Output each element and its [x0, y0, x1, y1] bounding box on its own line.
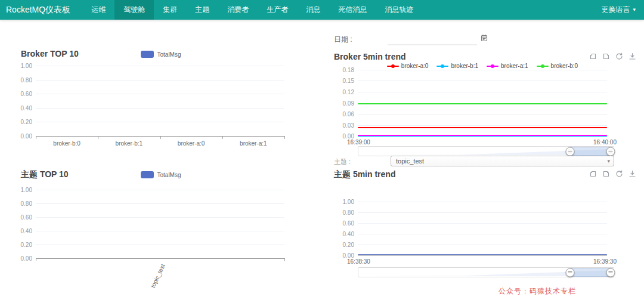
x-tick-mark — [36, 136, 36, 139]
gridline — [358, 125, 607, 126]
frame-icon[interactable] — [589, 170, 597, 178]
datazoom-selected-range[interactable] — [570, 268, 611, 277]
y-tick-label: 0.18 — [328, 67, 354, 73]
datazoom-left-handle[interactable] — [566, 147, 575, 156]
date-filter-row: 日期 : — [322, 31, 644, 47]
broker-trend-panel: Broker 5min trend broker-a:0broker-b:1br… — [322, 51, 644, 161]
restore-icon[interactable] — [615, 52, 623, 60]
gridline — [36, 94, 284, 94]
topic-label: 主题 : — [334, 157, 351, 166]
frame-icon[interactable] — [589, 52, 597, 60]
broker-trend-header: Broker 5min trend — [322, 51, 644, 64]
datazoom-left-handle[interactable] — [566, 268, 575, 277]
x-tick-mark — [284, 258, 285, 261]
x-tick-mark — [284, 136, 285, 139]
topic-top10-legend[interactable]: TotalMsg — [0, 171, 322, 178]
restore-icon[interactable] — [615, 170, 623, 178]
gridline — [36, 203, 284, 204]
x-category-label: broker-a:0 — [160, 140, 222, 147]
x-tick-mark — [160, 136, 161, 139]
nav-item-message[interactable]: 消息 — [297, 0, 329, 20]
download-icon[interactable] — [628, 52, 636, 60]
y-tick-label: 0.80 — [6, 200, 32, 207]
topic-trend-panel: 主题 5min trend 1.000.800.600.400.200.0016… — [322, 168, 644, 296]
y-tick-label: 0.00 — [328, 133, 354, 140]
y-tick-label: 0.12 — [328, 88, 354, 95]
calendar-icon[interactable] — [481, 34, 488, 42]
nav-item-ops[interactable]: 运维 — [82, 0, 114, 20]
date-label: 日期 : — [334, 35, 352, 45]
y-tick-label: 0.20 — [6, 119, 32, 125]
x-start-label: 16:39:00 — [347, 139, 370, 146]
nav-item-message-trace[interactable]: 消息轨迹 — [376, 0, 422, 20]
y-tick-label: 1.00 — [328, 199, 354, 205]
y-tick-label: 0.60 — [328, 220, 354, 227]
y-tick-label: 1.00 — [6, 63, 32, 69]
gridline — [36, 231, 284, 231]
datazoom-selected-range[interactable] — [570, 147, 611, 156]
x-tick-mark — [98, 136, 98, 139]
download-icon[interactable] — [628, 170, 636, 178]
datazoom-right-handle[interactable] — [606, 268, 615, 277]
gridline — [36, 122, 284, 122]
gridline — [358, 234, 607, 234]
x-category-label: topic_test — [149, 263, 166, 289]
nav-item-producer[interactable]: 生产者 — [258, 0, 297, 20]
y-tick-label: 0.80 — [328, 209, 354, 216]
topic-top10-header: 主题 TOP 10 TotalMsg — [0, 168, 322, 181]
y-tick-label: 0.00 — [6, 255, 32, 262]
frame-alt-icon[interactable] — [602, 52, 610, 60]
series-line — [358, 103, 607, 104]
gridline — [358, 223, 607, 224]
topic-select-value: topic_test — [396, 157, 424, 165]
language-menu[interactable]: 更换语言 ▾ — [593, 0, 644, 20]
y-tick-label: 0.00 — [6, 133, 32, 140]
y-tick-label: 0.40 — [328, 231, 354, 237]
gridline — [36, 217, 284, 218]
topic-select[interactable]: topic_test ▾ — [391, 156, 614, 166]
topic-trend-toolbox — [589, 170, 636, 178]
y-tick-label: 0.20 — [6, 242, 32, 248]
x-category-label: broker-b:1 — [98, 140, 160, 147]
gridline — [36, 190, 284, 190]
y-tick-label: 0.09 — [328, 100, 354, 106]
date-input[interactable] — [388, 32, 477, 45]
nav-item-dlq-message[interactable]: 死信消息 — [329, 0, 376, 20]
gridline — [36, 108, 284, 109]
gridline — [358, 202, 607, 202]
gridline — [358, 70, 607, 70]
rocketmq-dashboard-page: RocketMQ仪表板 运维驾驶舱集群主题消费者生产者消息死信消息消息轨迹 更换… — [0, 0, 644, 300]
topic-trend-title: 主题 5min trend — [334, 169, 395, 180]
x-start-label: 16:38:30 — [347, 258, 370, 265]
x-axis-line — [36, 258, 284, 259]
broker-top10-legend[interactable]: TotalMsg — [0, 51, 322, 58]
frame-alt-icon[interactable] — [602, 170, 610, 178]
broker-trend-chart: 0.180.150.120.090.060.030.0016:39:0016:4… — [322, 65, 644, 149]
y-tick-label: 0.15 — [328, 78, 354, 84]
broker-top10-header: Broker TOP 10 TotalMsg — [0, 48, 322, 61]
nav-item-consumer[interactable]: 消费者 — [218, 0, 258, 20]
legend-swatch — [141, 171, 154, 178]
plot-area: 1.000.800.600.400.200.00broker-b:0broker… — [36, 66, 284, 136]
topic-top10-panel: 主题 TOP 10 TotalMsg 1.000.800.600.400.200… — [0, 168, 322, 296]
gridline — [358, 81, 607, 81]
x-end-label: 16:39:30 — [593, 258, 617, 265]
gridline — [358, 92, 607, 92]
y-tick-label: 0.80 — [6, 76, 32, 83]
legend-label: TotalMsg — [157, 51, 181, 58]
nav-item-cluster[interactable]: 集群 — [154, 0, 186, 20]
gridline — [358, 114, 607, 115]
datazoom-right-handle[interactable] — [606, 147, 615, 156]
legend-swatch — [141, 51, 154, 58]
x-tick-mark — [222, 136, 223, 139]
legend-label: TotalMsg — [157, 172, 181, 178]
gridline — [36, 80, 284, 81]
y-tick-label: 0.06 — [328, 110, 354, 117]
topic-top10-chart: 1.000.800.600.400.200.00topic_test — [0, 181, 322, 283]
y-tick-label: 0.00 — [328, 252, 354, 259]
topic-trend-chart: 1.000.800.600.400.200.0016:38:3016:39:30 — [322, 183, 644, 266]
brand-title[interactable]: RocketMQ仪表板 — [0, 0, 82, 20]
nav-item-dashboard[interactable]: 驾驶舱 — [114, 0, 154, 20]
nav-item-topic[interactable]: 主题 — [186, 0, 218, 20]
topic-trend-datazoom[interactable] — [358, 267, 614, 277]
